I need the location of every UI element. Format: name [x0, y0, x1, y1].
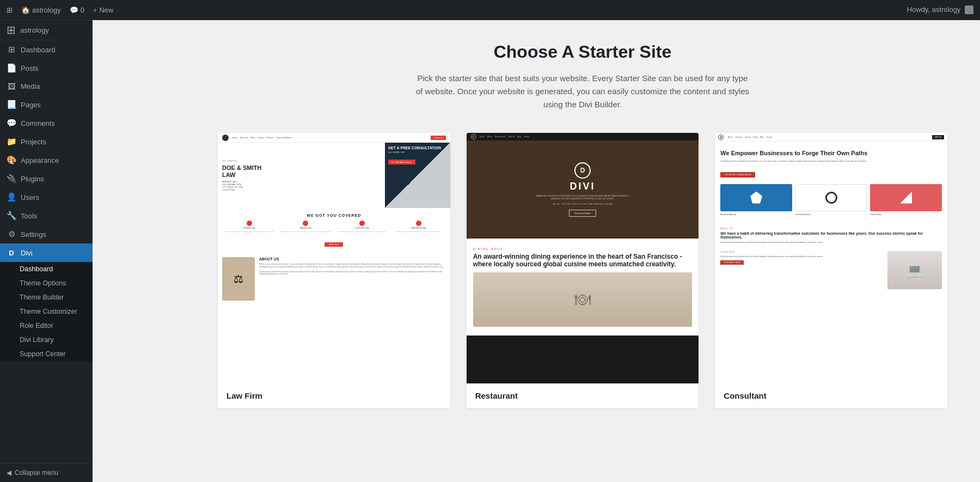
submenu-item-theme-options[interactable]: Theme Options	[0, 276, 93, 290]
new-label: + New	[93, 6, 113, 14]
appearance-icon: 🎨	[7, 155, 16, 165]
submenu-item-theme-customizer[interactable]: Theme Customizer	[0, 304, 93, 319]
sidebar-label-users: Users	[21, 193, 39, 202]
submenu-label-role-editor: Role Editor	[20, 322, 53, 330]
divi-icon: D	[7, 248, 16, 258]
sidebar-item-appearance[interactable]: 🎨 Appearance	[0, 151, 93, 169]
collapse-label: Collapse menu	[15, 469, 58, 477]
submenu-label-support-center: Support Center	[20, 350, 66, 358]
collapse-icon: ◀	[7, 469, 11, 477]
law-firm-label: Law Firm	[218, 383, 450, 408]
starter-card-law-firm[interactable]: HomeServicesBlogContactShop ▾Theme Build…	[218, 133, 450, 408]
sidebar: ⊞ astrology ⊞ Dashboard 📄 Posts 🖼 Media …	[0, 0, 93, 482]
page-subtitle: Pick the starter site that best suits yo…	[414, 72, 751, 111]
wordpress-icon: ⊞	[7, 6, 13, 14]
sidebar-label-projects: Projects	[21, 138, 46, 146]
sidebar-item-divi[interactable]: D Divi	[0, 243, 93, 262]
submenu-label-theme-customizer: Theme Customizer	[20, 308, 77, 315]
sidebar-nav: ⊞ Dashboard 📄 Posts 🖼 Media 📃 Pages 💬 Co…	[0, 40, 93, 463]
sidebar-header: ⊞ astrology	[0, 20, 93, 40]
sidebar-label-plugins: Plugins	[21, 175, 44, 183]
sidebar-item-users[interactable]: 👤 Users	[0, 188, 93, 206]
sidebar-item-settings[interactable]: ⚙ Settings	[0, 225, 93, 243]
comments-count: 0	[81, 6, 84, 14]
topbar: ⊞ 🏠 astrology 💬 0 + New Howdy, astrology	[0, 0, 980, 20]
comments-icon: 💬	[70, 6, 78, 14]
submenu-label-dashboard: Dashboard	[20, 265, 53, 273]
projects-icon: 📁	[7, 137, 16, 147]
sidebar-label-dashboard: Dashboard	[21, 46, 56, 54]
sidebar-item-dashboard[interactable]: ⊞ Dashboard	[0, 40, 93, 59]
topbar-left: ⊞ 🏠 astrology 💬 0 + New	[7, 6, 113, 14]
site-name-link[interactable]: 🏠 astrology	[21, 6, 61, 14]
sidebar-label-comments: Comments	[21, 119, 55, 127]
sidebar-label-tools: Tools	[21, 212, 37, 220]
starter-card-restaurant[interactable]: D HomeMenuReservationsMore ▾BlogSocial D…	[467, 133, 699, 408]
settings-icon: ⚙	[7, 229, 16, 239]
starter-card-consultant[interactable]: D AboutServicesServiceShopBlogContact HI…	[715, 133, 947, 408]
sidebar-label-settings: Settings	[21, 230, 46, 239]
sidebar-label-divi: Divi	[21, 249, 33, 257]
home-icon: 🏠	[21, 6, 30, 14]
sidebar-collapse-button[interactable]: ◀ Collapse menu	[0, 463, 93, 482]
submenu-item-divi-library[interactable]: Divi Library	[0, 333, 93, 347]
plugins-icon: 🔌	[7, 174, 16, 184]
sidebar-label-appearance: Appearance	[21, 156, 59, 164]
pages-icon: 📃	[7, 100, 16, 109]
submenu-item-role-editor[interactable]: Role Editor	[0, 319, 93, 333]
tools-icon: 🔧	[7, 211, 16, 221]
dashboard-icon: ⊞	[7, 45, 16, 54]
sidebar-item-posts[interactable]: 📄 Posts	[0, 59, 93, 77]
comments-sidebar-icon: 💬	[7, 118, 16, 128]
sidebar-item-comments[interactable]: 💬 Comments	[0, 114, 93, 132]
sidebar-label-pages: Pages	[21, 101, 41, 109]
divi-submenu: Dashboard Theme Options Theme Builder Th…	[0, 262, 93, 361]
posts-icon: 📄	[7, 63, 16, 73]
submenu-item-support-center[interactable]: Support Center	[0, 347, 93, 361]
sidebar-site-name: astrology	[20, 26, 49, 34]
submenu-label-theme-options: Theme Options	[20, 279, 66, 287]
comments-link[interactable]: 💬 0	[70, 6, 84, 14]
restaurant-preview: D HomeMenuReservationsMore ▾BlogSocial D…	[467, 133, 699, 383]
sidebar-item-projects[interactable]: 📁 Projects	[0, 132, 93, 151]
sidebar-item-plugins[interactable]: 🔌 Plugins	[0, 169, 93, 188]
page-title: Choose A Starter Site	[218, 42, 947, 62]
sidebar-label-media: Media	[21, 82, 40, 90]
howdy-text[interactable]: Howdy, astrology	[907, 5, 961, 14]
submenu-item-dashboard[interactable]: Dashboard	[0, 262, 93, 276]
wp-logo-link[interactable]: ⊞	[7, 6, 13, 14]
sidebar-item-pages[interactable]: 📃 Pages	[0, 95, 93, 114]
consultant-preview: D AboutServicesServiceShopBlogContact HI…	[715, 133, 947, 383]
sidebar-label-posts: Posts	[21, 64, 39, 72]
media-icon: 🖼	[7, 82, 16, 91]
new-content-link[interactable]: + New	[93, 6, 113, 14]
main-wrapper: Choose A Starter Site Pick the starter s…	[185, 20, 980, 482]
submenu-item-theme-builder[interactable]: Theme Builder	[0, 290, 93, 304]
user-avatar	[965, 5, 973, 14]
topbar-right: Howdy, astrology	[907, 5, 973, 15]
sidebar-item-tools[interactable]: 🔧 Tools	[0, 206, 93, 225]
submenu-label-theme-builder: Theme Builder	[20, 294, 64, 301]
restaurant-label: Restaurant	[467, 383, 699, 408]
site-name-text: astrology	[32, 6, 61, 14]
main-content: Choose A Starter Site Pick the starter s…	[185, 20, 980, 441]
consultant-label: Consultant	[715, 383, 947, 408]
wp-logo-icon: ⊞	[7, 23, 16, 36]
starter-sites-grid: HomeServicesBlogContactShop ▾Theme Build…	[218, 133, 947, 408]
sidebar-item-media[interactable]: 🖼 Media	[0, 77, 93, 95]
users-icon: 👤	[7, 192, 16, 202]
submenu-label-divi-library: Divi Library	[20, 336, 54, 344]
law-firm-preview: HomeServicesBlogContactShop ▾Theme Build…	[218, 133, 450, 383]
